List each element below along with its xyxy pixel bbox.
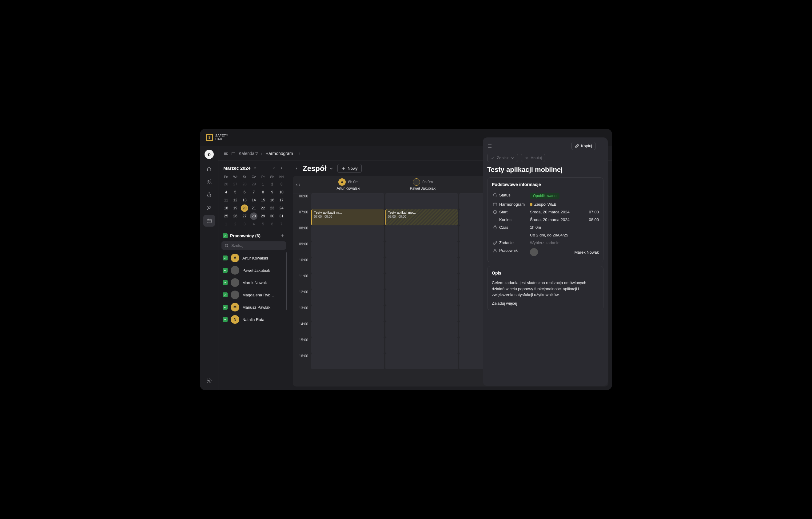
time-cell[interactable]: Testy aplikaji mo…07:00 - 08:00 [385,209,458,225]
calendar-day[interactable]: 25 [222,212,230,220]
employee-checkbox[interactable] [223,268,228,273]
nav-home-icon[interactable] [203,163,215,175]
calendar-day[interactable]: 13 [241,196,248,204]
calendar-day[interactable]: 1 [222,220,230,228]
calendar-day[interactable]: 27 [232,181,239,188]
grid-prev-icon[interactable]: ‹ [296,182,297,187]
calendar-day[interactable]: 20 [241,205,248,212]
new-button[interactable]: Nowy [338,164,362,173]
time-cell[interactable] [385,305,458,321]
employee-search[interactable] [222,241,286,250]
calendar-day[interactable]: 1 [259,181,267,188]
time-cell[interactable] [385,225,458,241]
time-cell[interactable] [385,257,458,273]
nav-settings-icon[interactable] [203,375,215,387]
calendar-day[interactable]: 9 [268,188,276,196]
calendar-day[interactable]: 2 [268,181,276,188]
schedule-event[interactable]: Testy aplikacji m…07:00 - 08:00 [311,209,384,225]
sidebar-toggle-icon[interactable] [223,151,228,156]
calendar-day[interactable]: 29 [259,212,267,220]
time-cell[interactable] [311,321,384,337]
grid-next-icon[interactable]: › [299,182,300,187]
calendar-day[interactable]: 18 [222,205,230,212]
calendar-day[interactable]: 7 [278,220,285,228]
calendar-day[interactable]: 15 [259,196,267,204]
time-cell[interactable] [385,193,458,209]
copy-button[interactable]: Kopiuj [572,142,596,150]
calendar-day[interactable]: 27 [241,212,248,220]
nav-timer-icon[interactable] [203,189,215,201]
employee-row[interactable]: AArtur Kowalski [222,252,286,264]
employee-checkbox[interactable] [223,280,228,285]
load-more-link[interactable]: Załaduj więcej [492,301,599,306]
employee-checkbox[interactable] [223,255,228,261]
time-cell[interactable] [311,193,384,209]
calendar-day[interactable]: 17 [278,196,285,204]
employee-checkbox[interactable] [223,293,228,297]
calendar-day[interactable]: 23 [268,205,276,212]
calendar-day[interactable]: 11 [222,196,230,204]
time-cell[interactable] [385,241,458,257]
calendar-day[interactable]: 3 [241,220,248,228]
add-employee-icon[interactable] [280,233,285,238]
employee-checkbox[interactable] [223,305,228,310]
time-cell[interactable] [311,337,384,353]
month-prev-icon[interactable]: ‹ [271,165,277,171]
employee-row[interactable]: Paweł Jakubiak [222,265,286,276]
nav-people-icon[interactable] [203,176,215,188]
calendar-day[interactable]: 30 [268,212,276,220]
calendar-day[interactable]: 26 [222,181,230,188]
employee-row[interactable]: Marek Nowak [222,277,286,288]
calendar-day[interactable]: 16 [268,196,276,204]
time-cell[interactable] [311,289,384,305]
calendar-day[interactable]: 2 [232,220,239,228]
time-cell[interactable] [311,257,384,273]
calendar-day[interactable]: 24 [278,205,285,212]
time-cell[interactable]: Testy aplikacji m…07:00 - 08:00 [311,209,384,225]
employees-checkbox-all[interactable] [223,233,228,238]
calendar-day[interactable]: 28 [250,212,257,220]
time-cell[interactable] [311,305,384,321]
calendar-day[interactable]: 3 [278,181,285,188]
nav-tools-icon[interactable] [203,202,215,214]
user-avatar[interactable]: ◐ [205,150,214,159]
calendar-day[interactable]: 26 [232,212,239,220]
employee-checkbox[interactable] [223,317,228,322]
employee-row[interactable]: MMariusz Pawlak [222,301,286,313]
calendar-day[interactable]: 28 [241,181,248,188]
panel-collapse-icon[interactable] [487,144,492,149]
time-cell[interactable] [385,337,458,353]
nav-calendar-icon[interactable] [203,215,215,226]
schedule-menu-icon[interactable] [294,166,299,171]
employee-search-input[interactable] [231,243,283,248]
calendar-day[interactable]: 4 [222,188,230,196]
time-cell[interactable] [385,353,458,369]
calendar-day[interactable]: 22 [259,205,267,212]
employee-row[interactable]: NNatalia Rata [222,314,286,325]
calendar-day[interactable]: 6 [241,188,248,196]
time-cell[interactable] [311,353,384,369]
cancel-button[interactable]: Anuluj [521,154,545,162]
calendar-day[interactable]: 7 [250,188,257,196]
calendar-day[interactable]: 5 [232,188,239,196]
month-next-icon[interactable]: › [279,165,284,171]
calendar-day[interactable]: 8 [259,188,267,196]
time-cell[interactable] [385,289,458,305]
breadcrumb-item-1[interactable]: Kalendarz [239,151,258,156]
panel-more-icon[interactable] [599,144,604,149]
time-cell[interactable] [385,273,458,289]
time-cell[interactable] [385,321,458,337]
month-dropdown-icon[interactable] [253,166,257,170]
schedule-event[interactable]: Testy aplikaji mo…07:00 - 08:00 [385,209,458,225]
calendar-day[interactable]: 31 [278,212,285,220]
calendar-day[interactable]: 10 [278,188,285,196]
calendar-day[interactable]: 21 [250,205,257,212]
view-dropdown-icon[interactable] [329,166,334,171]
calendar-day[interactable]: 14 [250,196,257,204]
time-cell[interactable] [311,225,384,241]
save-button[interactable]: Zapisz [487,154,518,162]
breadcrumb-more-icon[interactable] [298,151,302,156]
employee-row[interactable]: Magdalena Ryb… [222,289,286,301]
calendar-day[interactable]: 29 [250,181,257,188]
task-placeholder[interactable]: Wybierz zadanie [530,240,599,245]
